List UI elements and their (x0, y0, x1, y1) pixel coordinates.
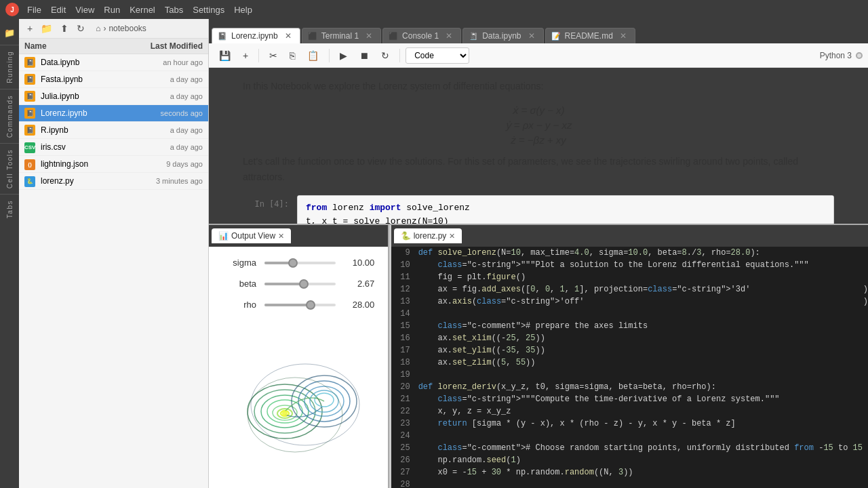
code-cell-4: In [4]: from lorenz import solve_lorenz … (243, 195, 834, 224)
slider-value-rho: 28.00 (344, 300, 374, 310)
line-number: 22 (391, 405, 418, 418)
new-file-button[interactable]: + (24, 22, 35, 35)
file-item[interactable]: 📓 R.ipynb a day ago (19, 122, 208, 139)
file-item[interactable]: 📓 Data.ipynb an hour ago (19, 54, 208, 71)
copy-button[interactable]: ⎘ (285, 47, 300, 64)
file-item[interactable]: 🐍 lorenz.py 3 minutes ago (19, 173, 208, 190)
menu-view[interactable]: View (71, 3, 98, 16)
menu-bar: J File Edit View Run Kernel Tabs Setting… (0, 0, 868, 19)
code-line: 27 x0 = -15 + 30 * np.random.random((N, … (391, 466, 868, 479)
line-number: 28 (391, 479, 418, 488)
cell-tools-label[interactable]: Cell Tools (6, 145, 14, 192)
file-item[interactable]: 📓 Julia.ipynb a day ago (19, 88, 208, 105)
file-type-icon: 📓 (24, 73, 37, 85)
line-content: ax.set_ylim((-35, 35)) (418, 344, 868, 357)
slider-row-sigma: sigma 10.00 (222, 258, 374, 268)
line-content: return [sigma * (y - x), x * (rho - z) -… (418, 418, 868, 430)
slider-track-rho[interactable] (264, 304, 336, 306)
menu-help[interactable]: Help (230, 3, 256, 16)
json-icon: {} (24, 159, 35, 170)
paste-button[interactable]: 📋 (302, 47, 323, 64)
code-line: 23 return [sigma * (y - x), x * (rho - z… (391, 418, 868, 430)
files-icon[interactable]: 📁 (0, 22, 19, 43)
lorenz-plot (217, 337, 380, 472)
math-block: ẋ = σ(y − x) ẏ = ρx − y − xz ż = −βz + x… (243, 104, 834, 146)
add-cell-button[interactable]: + (238, 47, 253, 64)
code-line: 16 ax.set_xlim((-25, 25)) (391, 332, 868, 344)
run-button[interactable]: ▶ (335, 47, 352, 64)
tab-close[interactable]: ✕ (444, 31, 454, 41)
notebook-icon: 📓 (24, 108, 35, 119)
menu-kernel[interactable]: Kernel (125, 3, 159, 16)
line-number: 16 (391, 332, 418, 344)
file-type-icon: 📓 (24, 107, 37, 119)
line-content: ax = fig.add_axes([0, 0, 1, 1], projecti… (418, 283, 863, 296)
tab-console-1[interactable]: ⬛ Console 1 ✕ (382, 28, 461, 43)
new-folder-button[interactable]: 📁 (38, 22, 55, 35)
file-name: Julia.ipynb (41, 92, 121, 101)
tab-lorenz-ipynb[interactable]: 📓 Lorenz.ipynb ✕ (212, 28, 300, 43)
tab-data-ipynb[interactable]: 📓 Data.ipynb ✕ (462, 28, 543, 43)
output-panel-close[interactable]: ✕ (278, 232, 284, 241)
tab-close[interactable]: ✕ (283, 31, 293, 41)
breadcrumb-home[interactable]: ⌂ (96, 24, 100, 33)
tab-close[interactable]: ✕ (618, 31, 628, 41)
stop-button[interactable]: ⏹ (355, 47, 374, 64)
file-name: Fasta.ipynb (41, 75, 121, 84)
app-logo: J (5, 3, 19, 16)
file-item[interactable]: 📓 Fasta.ipynb a day ago (19, 71, 208, 88)
tab-readme-md[interactable]: 📝 README.md ✕ (545, 28, 635, 43)
header-modified[interactable]: Last Modified (115, 41, 203, 51)
slider-thumb-beta[interactable] (299, 279, 309, 289)
cut-button[interactable]: ✂ (264, 47, 282, 64)
slider-thumb-rho[interactable] (306, 300, 315, 310)
menu-edit[interactable]: Edit (47, 3, 70, 16)
slider-thumb-sigma[interactable] (288, 258, 298, 268)
slider-label-beta: beta (222, 279, 256, 289)
refresh-button[interactable]: ↻ (74, 22, 87, 35)
notebook-body: In this Notebook we explore the Lorenz s… (209, 68, 868, 224)
line-content: x0 = -15 + 30 * np.random.random((N, 3)) (418, 466, 868, 479)
line-content: fig = plt.figure() (418, 271, 868, 283)
cell-content[interactable]: from lorenz import solve_lorenz t, x_t =… (297, 195, 834, 224)
tab-icon: 📝 (551, 32, 561, 41)
tab-close[interactable]: ✕ (527, 31, 536, 41)
file-item[interactable]: {} lightning.json 9 days ago (19, 156, 208, 173)
lorenz-py-label: lorenz.py (414, 231, 447, 241)
tab-close[interactable]: ✕ (364, 31, 374, 41)
file-item[interactable]: 📓 Lorenz.ipynb seconds ago (19, 105, 208, 122)
lorenz-py-close[interactable]: ✕ (449, 232, 455, 241)
menu-tabs[interactable]: Tabs (161, 3, 187, 16)
restart-button[interactable]: ↻ (376, 47, 394, 64)
notebook-icon: 📓 (24, 74, 35, 85)
commands-label[interactable]: Commands (6, 91, 14, 142)
menu-settings[interactable]: Settings (189, 3, 229, 16)
menu-run[interactable]: Run (100, 3, 124, 16)
file-item[interactable]: CSV iris.csv a day ago (19, 139, 208, 156)
editor-content[interactable]: 9 def solve_lorenz(N=10, max_time=4.0, s… (391, 247, 868, 488)
slider-track-beta[interactable] (264, 283, 336, 285)
code-line: 17 ax.set_ylim((-35, 35)) (391, 344, 868, 357)
tab-terminal-1[interactable]: ⬛ Terminal 1 ✕ (302, 28, 381, 43)
file-type-icon: 📓 (24, 56, 37, 68)
tabs-label[interactable]: Tabs (6, 196, 14, 222)
notebook-icon: 📓 (24, 57, 35, 68)
save-button[interactable]: 💾 (214, 47, 235, 64)
breadcrumb-notebooks[interactable]: notebooks (108, 24, 146, 33)
cell-type-select[interactable]: Code Markdown Raw (406, 47, 469, 64)
output-view-tab[interactable]: 📊 Output View ✕ (212, 228, 291, 243)
file-modified: a day ago (121, 92, 203, 100)
text-cell-1: In this Notebook we explore the Lorenz s… (243, 79, 834, 94)
lorenz-py-tab[interactable]: 🐍 lorenz.py ✕ (394, 228, 462, 243)
breadcrumb: ⌂ › notebooks (96, 24, 146, 33)
upload-button[interactable]: ⬆ (58, 22, 71, 35)
running-label[interactable]: Running (6, 47, 14, 87)
code-line: 12 ax = fig.add_axes([0, 0, 1, 1], proje… (391, 283, 868, 296)
header-name[interactable]: Name (24, 41, 115, 51)
kernel-name: Python 3 (820, 51, 852, 60)
file-name: Lorenz.ipynb (41, 108, 121, 118)
line-content: class="c-string">"""Compute the time-der… (418, 393, 868, 405)
menu-file[interactable]: File (23, 3, 45, 16)
line-number: 9 (391, 247, 418, 259)
slider-track-sigma[interactable] (264, 262, 336, 264)
